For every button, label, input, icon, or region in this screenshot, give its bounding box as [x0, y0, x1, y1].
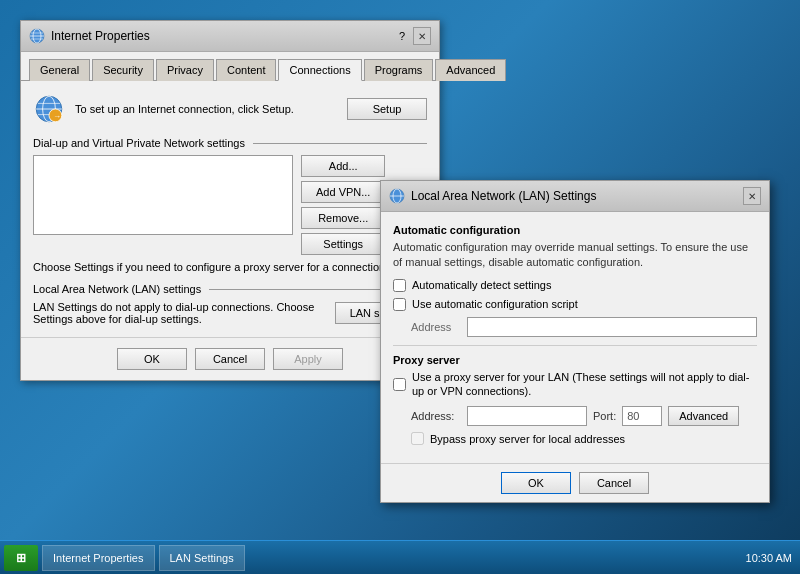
tab-privacy[interactable]: Privacy	[156, 59, 214, 81]
dialup-buttons: Add... Add VPN... Remove... Settings	[301, 155, 385, 255]
window-title: Internet Properties	[51, 29, 150, 43]
setup-text: To set up an Internet connection, click …	[75, 103, 337, 115]
title-left: Internet Properties	[29, 28, 150, 44]
dialup-section-label: Dial-up and Virtual Private Network sett…	[33, 137, 427, 149]
port-input[interactable]	[622, 406, 662, 426]
auto-config-title: Automatic configuration	[393, 224, 757, 236]
dialog-footer: OK Cancel	[381, 463, 769, 502]
dialog-cancel-button[interactable]: Cancel	[579, 472, 649, 494]
taskbar-time: 10:30 AM	[746, 552, 796, 564]
address-label: Address	[411, 321, 461, 333]
taskbar: ⊞ Internet Properties LAN Settings 10:30…	[0, 540, 800, 574]
dialup-list	[33, 155, 293, 235]
dialog-ok-button[interactable]: OK	[501, 472, 571, 494]
advanced-button[interactable]: Advanced	[668, 406, 739, 426]
add-button[interactable]: Add...	[301, 155, 385, 177]
proxy-check-row: Use a proxy server for your LAN (These s…	[393, 370, 757, 399]
tab-general[interactable]: General	[29, 59, 90, 81]
dialog-title-left: Local Area Network (LAN) Settings	[389, 188, 596, 204]
dialog-content: Automatic configuration Automatic config…	[381, 212, 769, 463]
proxy-check-label: Use a proxy server for your LAN (These s…	[412, 370, 757, 399]
window-icon	[29, 28, 45, 44]
remove-button[interactable]: Remove...	[301, 207, 385, 229]
proxy-checkbox[interactable]	[393, 378, 406, 391]
proxy-address-label: Address:	[411, 410, 461, 422]
auto-script-label: Use automatic configuration script	[412, 298, 578, 310]
dialog-close-button[interactable]: ✕	[743, 187, 761, 205]
window-footer: OK Cancel Apply	[21, 337, 439, 380]
bypass-checkbox[interactable]	[411, 432, 424, 445]
auto-detect-checkbox[interactable]	[393, 279, 406, 292]
dialup-section: Dial-up and Virtual Private Network sett…	[33, 137, 427, 273]
proxy-hint-text: Choose Settings if you need to configure…	[33, 261, 427, 273]
dialog-icon	[389, 188, 405, 204]
lan-text: LAN Settings do not apply to dial-up con…	[33, 301, 327, 325]
tab-security[interactable]: Security	[92, 59, 154, 81]
window-controls: ? ✕	[395, 27, 431, 45]
cancel-button[interactable]: Cancel	[195, 348, 265, 370]
internet-properties-window: Internet Properties ? ✕ General Security…	[20, 20, 440, 381]
auto-address-row: Address	[411, 317, 757, 337]
lan-section-label: Local Area Network (LAN) settings	[33, 283, 427, 295]
lan-section: Local Area Network (LAN) settings LAN Se…	[33, 283, 427, 325]
auto-address-input[interactable]	[467, 317, 757, 337]
taskbar-item-ie[interactable]: Internet Properties	[42, 545, 155, 571]
window-content: → To set up an Internet connection, clic…	[21, 81, 439, 337]
close-button[interactable]: ✕	[413, 27, 431, 45]
dialog-titlebar: Local Area Network (LAN) Settings ✕	[381, 181, 769, 212]
settings-button[interactable]: Settings	[301, 233, 385, 255]
dialog-title: Local Area Network (LAN) Settings	[411, 189, 596, 203]
taskbar-item-lan[interactable]: LAN Settings	[159, 545, 245, 571]
separator	[393, 345, 757, 346]
svg-text:→: →	[53, 112, 61, 121]
port-label: Port:	[593, 410, 616, 422]
setup-section: → To set up an Internet connection, clic…	[33, 93, 427, 125]
tab-connections[interactable]: Connections	[278, 59, 361, 81]
start-button[interactable]: ⊞	[4, 545, 38, 571]
lan-dialog: Local Area Network (LAN) Settings ✕ Auto…	[380, 180, 770, 503]
add-vpn-button[interactable]: Add VPN...	[301, 181, 385, 203]
setup-button[interactable]: Setup	[347, 98, 427, 120]
window-titlebar: Internet Properties ? ✕	[21, 21, 439, 52]
globe-icon: →	[33, 93, 65, 125]
auto-config-desc: Automatic configuration may override man…	[393, 240, 757, 271]
tab-programs[interactable]: Programs	[364, 59, 434, 81]
tabs-container: General Security Privacy Content Connect…	[21, 52, 439, 81]
tab-advanced[interactable]: Advanced	[435, 59, 506, 81]
auto-script-row: Use automatic configuration script	[393, 298, 757, 311]
help-btn[interactable]: ?	[395, 30, 409, 42]
dialup-flex: Add... Add VPN... Remove... Settings	[33, 155, 427, 255]
auto-script-checkbox[interactable]	[393, 298, 406, 311]
bypass-label: Bypass proxy server for local addresses	[430, 433, 625, 445]
lan-row: LAN Settings do not apply to dial-up con…	[33, 301, 427, 325]
tab-content[interactable]: Content	[216, 59, 277, 81]
proxy-input-row: Address: Port: Advanced	[411, 406, 757, 426]
auto-detect-row: Automatically detect settings	[393, 279, 757, 292]
proxy-section-title: Proxy server	[393, 354, 757, 366]
bypass-row: Bypass proxy server for local addresses	[411, 432, 757, 445]
auto-detect-label: Automatically detect settings	[412, 279, 551, 291]
proxy-address-input[interactable]	[467, 406, 587, 426]
ok-button[interactable]: OK	[117, 348, 187, 370]
apply-button[interactable]: Apply	[273, 348, 343, 370]
